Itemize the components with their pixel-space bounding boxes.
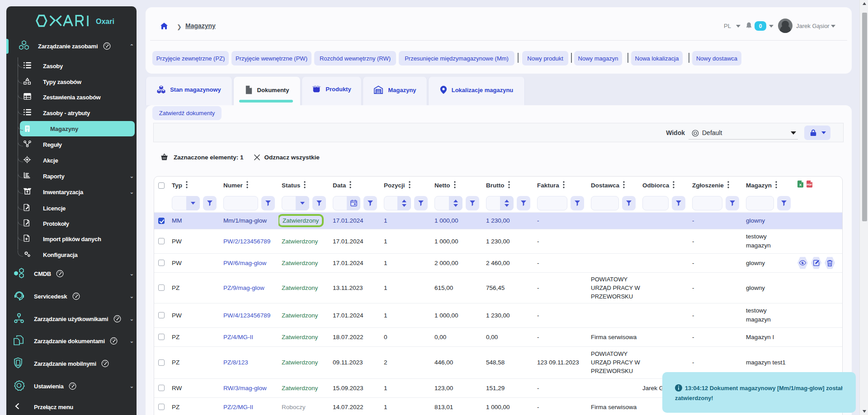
svg-text:X: X bbox=[799, 183, 802, 187]
svg-text:PDF: PDF bbox=[807, 183, 812, 186]
